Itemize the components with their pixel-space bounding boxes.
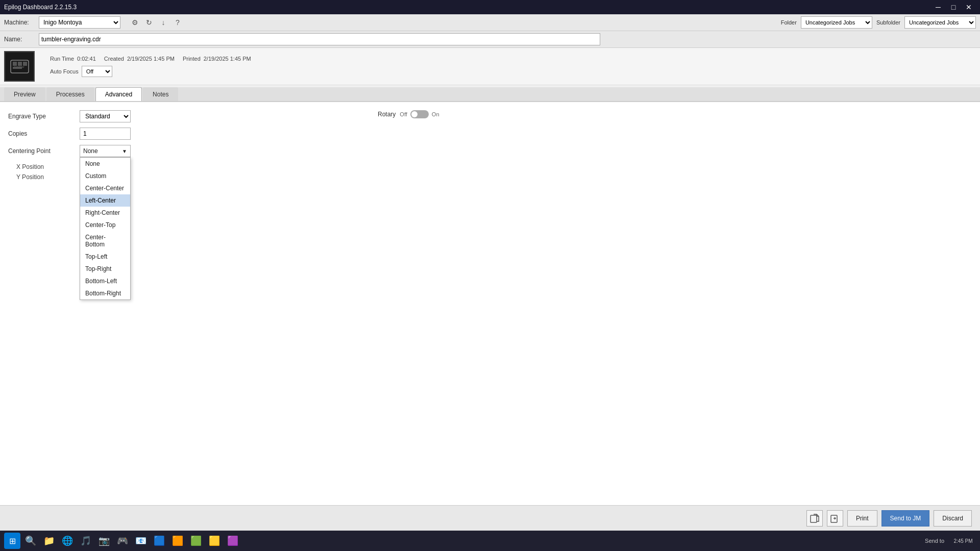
folder-dropdown[interactable]: Uncategorized Jobs xyxy=(801,16,872,29)
taskbar-photos[interactable]: 📷 xyxy=(96,533,112,549)
svg-rect-4 xyxy=(18,62,22,66)
info-row-2: Auto Focus Off On xyxy=(50,66,251,77)
run-time-item: Run Time 0:02:41 xyxy=(50,56,96,62)
taskbar-app1[interactable]: 🟦 xyxy=(151,533,167,549)
created-label: Created xyxy=(104,56,124,62)
centering-point-dropdown-btn[interactable]: None ▼ xyxy=(80,145,131,157)
name-row: Name: xyxy=(0,31,980,48)
copies-row: Copies xyxy=(8,128,972,140)
centering-point-menu: None Custom Center-Center Left-Center Ri… xyxy=(80,157,131,300)
tab-advanced[interactable]: Advanced xyxy=(95,87,142,101)
taskbar-start[interactable]: ⊞ xyxy=(4,533,20,549)
folder-label: Folder xyxy=(781,19,797,26)
copies-input[interactable] xyxy=(80,128,131,140)
printed-item: Printed 2/19/2025 1:45 PM xyxy=(183,56,251,62)
send-to-jm-button[interactable]: Send to JM xyxy=(881,510,930,527)
minimize-button[interactable]: ─ xyxy=(931,2,945,13)
engrave-type-label: Engrave Type xyxy=(8,113,80,120)
rotary-section: Rotary Off On xyxy=(378,110,439,118)
sync-icon[interactable]: ↻ xyxy=(143,16,155,29)
taskbar-files[interactable]: 📁 xyxy=(41,533,57,549)
dropdown-item-top-right[interactable]: Top-Right xyxy=(80,263,130,275)
dropdown-item-right-center[interactable]: Right-Center xyxy=(80,207,130,219)
folder-section: Folder Uncategorized Jobs Subfolder Unca… xyxy=(781,16,976,29)
created-value: 2/19/2025 1:45 PM xyxy=(127,56,175,62)
centering-point-row: Centering Point None ▼ None Custom Cente… xyxy=(8,145,972,157)
discard-button[interactable]: Discard xyxy=(934,510,972,527)
machine-label: Machine: xyxy=(4,19,35,26)
tab-preview[interactable]: Preview xyxy=(4,87,45,101)
subfolder-label: Subfolder xyxy=(876,19,900,26)
engrave-type-row: Engrave Type Standard Rubber Stamp 3D xyxy=(8,110,972,122)
autofocus-item: Auto Focus Off On xyxy=(50,66,112,77)
y-position-label: Y Position xyxy=(16,173,80,181)
printed-value: 2/19/2025 1:45 PM xyxy=(204,56,251,62)
svg-rect-5 xyxy=(23,62,27,66)
app-wrapper: Epilog Dashboard 2.2.15.3 ─ □ ✕ Machine:… xyxy=(0,0,980,551)
tab-processes[interactable]: Processes xyxy=(46,87,94,101)
taskbar-app3[interactable]: 🟩 xyxy=(188,533,204,549)
title-bar-controls: ─ □ ✕ xyxy=(931,2,976,13)
download-icon[interactable]: ↓ xyxy=(157,16,169,29)
taskbar-browser[interactable]: 🌐 xyxy=(59,533,76,549)
autofocus-select[interactable]: Off On xyxy=(82,66,112,77)
taskbar-game[interactable]: 🎮 xyxy=(114,533,131,549)
rotary-on-label: On xyxy=(432,111,439,117)
import-icon-button[interactable] xyxy=(827,510,843,527)
maximize-button[interactable]: □ xyxy=(946,2,961,13)
name-label: Name: xyxy=(4,36,35,43)
dropdown-item-center-center[interactable]: Center-Center xyxy=(80,182,130,194)
autofocus-label: Auto Focus xyxy=(50,68,79,74)
taskbar-app5[interactable]: 🟪 xyxy=(225,533,241,549)
taskbar: ⊞ 🔍 📁 🌐 🎵 📷 🎮 📧 🟦 🟧 🟩 🟨 🟪 Send to 2:45 P… xyxy=(0,531,980,551)
help-icon[interactable]: ? xyxy=(172,16,184,29)
dropdown-item-center-bottom[interactable]: Center-Bottom xyxy=(80,231,130,251)
taskbar-search[interactable]: 🔍 xyxy=(22,533,39,549)
machine-row: Machine: Inigo Montoya ⚙ ↻ ↓ ? Folder Un… xyxy=(0,14,980,31)
centering-point-section: Centering Point None ▼ None Custom Cente… xyxy=(8,145,972,157)
settings-icon[interactable]: ⚙ xyxy=(129,16,141,29)
taskbar-mail[interactable]: 📧 xyxy=(133,533,149,549)
export-icon-button[interactable] xyxy=(806,510,823,527)
close-button[interactable]: ✕ xyxy=(962,2,976,13)
toolbar-icons: ⚙ ↻ ↓ ? xyxy=(129,16,184,29)
centering-point-value: None xyxy=(83,147,98,155)
svg-rect-7 xyxy=(811,515,817,522)
dropdown-item-bottom-left[interactable]: Bottom-Left xyxy=(80,275,130,287)
info-details: Run Time 0:02:41 Created 2/19/2025 1:45 … xyxy=(50,56,251,77)
centering-point-dropdown-container: None ▼ None Custom Center-Center Left-Ce… xyxy=(80,145,131,157)
toggle-track[interactable] xyxy=(410,110,429,118)
run-time-label: Run Time xyxy=(50,56,74,62)
taskbar-media[interactable]: 🎵 xyxy=(78,533,94,549)
name-input[interactable] xyxy=(39,33,600,45)
rotary-off-label: Off xyxy=(400,111,407,117)
svg-rect-6 xyxy=(13,67,22,69)
dropdown-item-bottom-right[interactable]: Bottom-Right xyxy=(80,287,130,299)
send-to-label: Send to xyxy=(925,538,944,544)
window-title: Epilog Dashboard 2.2.15.3 xyxy=(4,4,931,11)
taskbar-clock[interactable]: 2:45 PM xyxy=(950,533,976,549)
dropdown-item-top-left[interactable]: Top-Left xyxy=(80,251,130,263)
machine-dropdown[interactable]: Inigo Montoya xyxy=(39,16,120,29)
title-bar: Epilog Dashboard 2.2.15.3 ─ □ ✕ xyxy=(0,0,980,14)
bottom-action-bar: Print Send to JM Discard xyxy=(0,505,980,531)
dropdown-item-none[interactable]: None xyxy=(80,158,130,170)
svg-rect-10 xyxy=(831,515,837,522)
content-area: Engrave Type Standard Rubber Stamp 3D Co… xyxy=(0,102,980,551)
dropdown-item-left-center[interactable]: Left-Center xyxy=(80,194,130,207)
x-position-label: X Position xyxy=(16,163,80,170)
dropdown-item-center-top[interactable]: Center-Top xyxy=(80,219,130,231)
copies-label: Copies xyxy=(8,130,80,137)
rotary-toggle[interactable]: Off On xyxy=(400,110,439,118)
taskbar-app2[interactable]: 🟧 xyxy=(169,533,186,549)
centering-point-label: Centering Point xyxy=(8,147,80,155)
dropdown-item-custom[interactable]: Custom xyxy=(80,170,130,182)
print-button[interactable]: Print xyxy=(847,510,877,527)
run-time-value: 0:02:41 xyxy=(77,56,96,62)
taskbar-app4[interactable]: 🟨 xyxy=(206,533,223,549)
engrave-type-dropdown[interactable]: Standard Rubber Stamp 3D xyxy=(80,110,131,122)
file-thumbnail: tumbler xyxy=(4,51,35,82)
created-item: Created 2/19/2025 1:45 PM xyxy=(104,56,175,62)
subfolder-dropdown[interactable]: Uncategorized Jobs xyxy=(904,16,976,29)
tab-notes[interactable]: Notes xyxy=(143,87,178,101)
